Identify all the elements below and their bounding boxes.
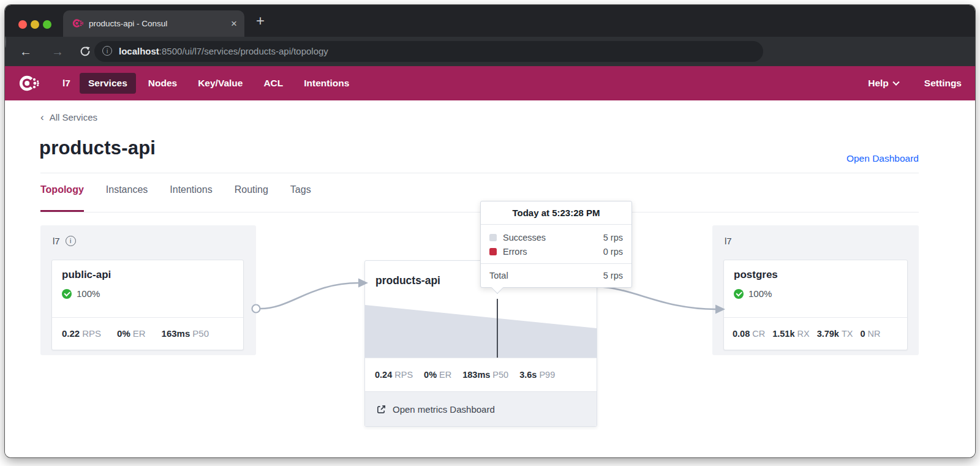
consul-favicon-icon [72,18,83,29]
successes-label: Successes [503,233,603,242]
open-dashboard-link[interactable]: Open Dashboard [846,153,919,164]
url-bar[interactable]: i localhost:8500/ui/l7/services/products… [94,41,763,62]
consul-logo[interactable] [18,73,39,94]
breadcrumb[interactable]: ‹All Services [40,111,97,124]
service-name: postgres [734,269,778,281]
total-value: 5 rps [603,271,623,280]
service-card-public-api[interactable]: public-api 100% 0.22RPS 0%ER 163msP50 [51,260,244,350]
errors-label: Errors [503,247,603,257]
stat-p50: 183msP50 [462,369,508,380]
chevron-left-icon: ‹ [40,111,44,123]
chart-cursor-line [497,299,498,358]
tooltip-total-row: Total 5 rps [481,263,631,287]
url-host: localhost [119,46,159,56]
main-service-name: products-api [375,274,440,287]
tooltip-rows: Successes 5 rps Errors 0 rps [481,225,631,263]
help-menu[interactable]: Help [867,73,900,94]
connector-downstream-line [597,287,716,309]
stat-rps: 0.22RPS [62,328,101,339]
traffic-light-maximize[interactable] [43,20,51,29]
sparkline-chart[interactable] [365,299,597,358]
errors-value: 0 rps [603,247,623,257]
stats-row: 0.22RPS 0%ER 163msP50 [52,317,243,350]
nav-item-settings[interactable]: Settings [923,73,963,94]
downstream-dc-label: l7 [725,236,732,246]
traffic-light-minimize[interactable] [31,20,39,29]
nav-item-nodes[interactable]: Nodes [140,73,186,94]
tab-instances[interactable]: Instances [106,184,148,212]
new-tab-button[interactable]: + [256,10,265,32]
browser-tab[interactable]: products-api - Consul × [63,10,244,37]
datacenter-label: l7 [62,66,70,100]
downstream-group-card: l7 postgres 100% 0.08CR 1.51kRX 3.79kTX … [712,225,919,355]
stat-p50: 163msP50 [162,328,209,339]
total-label: Total [489,271,508,280]
tab-tags[interactable]: Tags [290,184,311,212]
check-circle-icon [734,289,744,299]
tab-topology[interactable]: Topology [40,184,84,212]
nav-right: Help Settings [867,66,963,100]
page-title: products-api [39,137,156,159]
upstream-group-card: l7i public-api 100% 0.22RPS 0%ER 163msP5… [40,225,256,355]
forward-button[interactable]: → [51,37,64,66]
content-area: ‹All Services products-api Open Dashboar… [5,100,975,457]
consul-navbar: l7 Services Nodes Key/Value ACL Intentio… [5,66,975,100]
traffic-light-close[interactable] [18,20,27,29]
stat-tx: 3.79kTX [817,328,853,339]
nav-items: Services Nodes Key/Value ACL Intentions [80,66,358,100]
nav-item-acl[interactable]: ACL [255,73,292,94]
tab-routing[interactable]: Routing [235,184,268,212]
nav-item-keyvalue[interactable]: Key/Value [189,73,251,94]
downstream-group-label: l7 [725,236,732,246]
health-percent: 100% [748,288,772,299]
connector-upstream-line [260,283,359,309]
stats-row: 0.24RPS 0%ER 183msP50 3.6sP99 [365,358,597,391]
external-link-icon [376,404,386,415]
stat-er: 0%ER [424,369,451,380]
nav-item-services[interactable]: Services [80,73,136,94]
chevron-down-icon [892,79,899,86]
stat-nr: 0NR [860,328,880,339]
nav-item-intentions[interactable]: Intentions [295,73,358,94]
stat-er: 0%ER [117,328,146,339]
breadcrumb-label: All Services [50,112,97,122]
browser-window: products-api - Consul × + ← → i localhos… [5,5,975,457]
profile-avatar[interactable] [5,36,6,48]
url-path: :8500/ui/l7/services/products-api/topolo… [159,46,328,56]
tooltip-title: Today at 5:23:28 PM [481,201,631,225]
info-circle-icon[interactable]: i [66,236,76,246]
service-card-postgres[interactable]: postgres 100% 0.08CR 1.51kRX 3.79kTX 0NR [723,260,908,350]
service-name: public-api [62,269,111,281]
page-tabs: Topology Instances Intentions Routing Ta… [40,173,919,212]
upstream-dc-label: l7 [53,236,60,246]
check-circle-icon [62,289,72,299]
upstream-group-label: l7i [53,236,76,246]
health-percent: 100% [77,288,100,299]
page-root: products-api - Consul × + ← → i localhos… [0,0,980,466]
stat-cr: 0.08CR [733,328,765,339]
tab-intentions[interactable]: Intentions [170,184,212,212]
health-badge: 100% [734,288,772,299]
errors-swatch-icon [489,248,497,255]
reload-button[interactable] [80,46,91,57]
site-info-icon[interactable]: i [102,46,112,56]
tab-title: products-api - Consul [89,10,167,37]
health-badge: 100% [62,288,100,299]
metrics-tooltip: Today at 5:23:28 PM Successes 5 rps Erro… [480,201,632,288]
open-metrics-dashboard-link[interactable]: Open metrics Dashboard [365,391,597,426]
tab-close-icon[interactable]: × [231,10,237,37]
url-text: localhost:8500/ui/l7/services/products-a… [119,41,328,62]
tooltip-row-errors: Errors 0 rps [489,244,623,258]
stat-p99: 3.6sP99 [519,369,555,380]
browser-toolbar: ← → i localhost:8500/ui/l7/services/prod… [5,37,975,66]
tab-strip: products-api - Consul × + [5,5,975,37]
successes-value: 5 rps [603,233,623,242]
stat-rps: 0.24RPS [375,369,413,380]
open-metrics-label: Open metrics Dashboard [393,404,495,415]
back-button[interactable]: ← [20,37,32,66]
successes-swatch-icon [489,234,497,241]
stat-rx: 1.51kRX [772,328,809,339]
help-label: Help [868,78,889,88]
tooltip-row-successes: Successes 5 rps [489,230,623,244]
stats-row: 0.08CR 1.51kRX 3.79kTX 0NR [724,317,907,350]
